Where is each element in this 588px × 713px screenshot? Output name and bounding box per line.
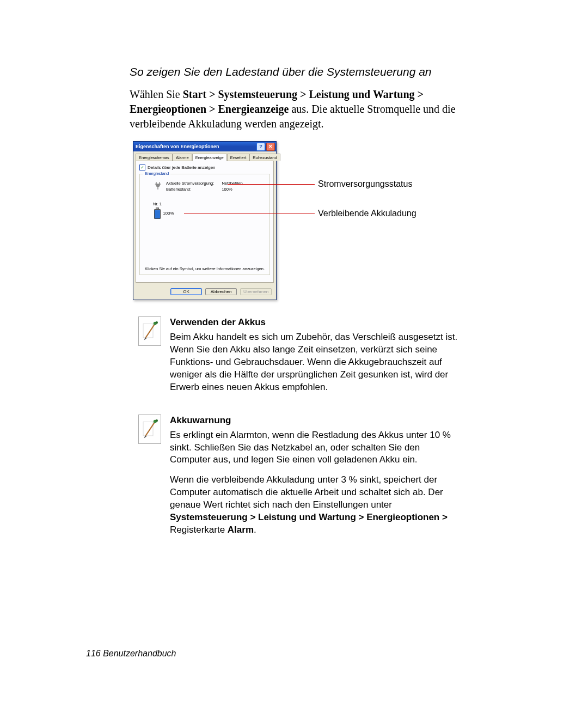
- text: Wenn die verbleibende Akkuladung unter 3…: [170, 474, 443, 510]
- hint-text: Klicken Sie auf ein Symbol, um weitere I…: [140, 266, 270, 271]
- tab-energieschemas[interactable]: Energieschemas: [136, 154, 173, 161]
- tab-erweitert[interactable]: Erweitert: [227, 154, 250, 161]
- details-checkbox-label: Details über jede Batterie anzeigen: [148, 165, 216, 170]
- svg-rect-0: [143, 324, 153, 338]
- section-title: So zeigen Sie den Ladestand über die Sys…: [130, 65, 555, 78]
- page-footer: 116 Benutzerhandbuch: [86, 649, 176, 659]
- note-title: Akkuwarnung: [170, 415, 460, 427]
- svg-point-2: [156, 321, 158, 324]
- help-button[interactable]: ?: [256, 143, 265, 151]
- fieldset-legend: Energiestand: [143, 171, 170, 176]
- nav-path: Systemsteuerung > Leistung und Wartung >…: [170, 512, 448, 522]
- details-checkbox[interactable]: [139, 164, 145, 170]
- text: Registerkarte: [170, 525, 228, 535]
- note-title: Verwenden der Akkus: [170, 316, 460, 329]
- dialog-tabs: Energieschemas Alarme Energieanzeige Erw…: [133, 151, 276, 161]
- note-icon: [138, 415, 161, 444]
- dialog-titlebar[interactable]: Eigenschaften von Energieoptionen ? ✕: [133, 142, 276, 151]
- apply-button[interactable]: Übernehmen: [240, 288, 272, 295]
- note-akkuwarnung: Akkuwarnung Es erklingt ein Alarmton, we…: [138, 415, 460, 544]
- svg-point-6: [156, 419, 158, 422]
- note-icon: [138, 316, 161, 346]
- intro-paragraph: Wählen Sie Start > Systemsteuerung > Lei…: [130, 87, 467, 131]
- ok-button[interactable]: OK: [170, 288, 202, 295]
- battery-index-label: Nr. 1: [153, 202, 266, 206]
- tab-alarme[interactable]: Alarme: [173, 154, 192, 161]
- intro-prefix: Wählen Sie: [130, 88, 183, 100]
- note-verwenden-der-akkus: Verwenden der Akkus Beim Akku handelt es…: [138, 316, 460, 401]
- plug-icon: [153, 181, 163, 192]
- energy-options-dialog: Eigenschaften von Energieoptionen ? ✕ En…: [133, 141, 277, 300]
- note-paragraph: Es erklingt ein Alarmton, wenn die Restl…: [170, 429, 460, 467]
- tab-energieanzeige[interactable]: Energieanzeige: [192, 154, 227, 161]
- text: .: [254, 525, 256, 535]
- note-paragraph: Beim Akku handelt es sich um Zubehör, da…: [170, 331, 460, 394]
- tab-name: Alarm: [228, 525, 254, 535]
- battery-level-label: Batteriestand:: [166, 187, 214, 192]
- close-button[interactable]: ✕: [266, 143, 275, 151]
- cancel-button[interactable]: Abbrechen: [205, 288, 237, 295]
- tab-ruhezustand[interactable]: Ruhezustand: [249, 154, 280, 161]
- annotation-status: Stromversorgungsstatus: [318, 179, 412, 189]
- note-paragraph-mixed: Wenn die verbleibende Akkuladung unter 3…: [170, 474, 460, 537]
- annotation-remaining: Verbleibende Akkuladung: [318, 209, 416, 218]
- svg-rect-4: [143, 422, 153, 436]
- dialog-title: Eigenschaften von Energieoptionen: [136, 144, 219, 149]
- battery-icon[interactable]: [153, 208, 161, 218]
- battery-percent: 100%: [163, 211, 174, 216]
- power-source-label: Aktuelle Stromversorgung:: [166, 181, 214, 186]
